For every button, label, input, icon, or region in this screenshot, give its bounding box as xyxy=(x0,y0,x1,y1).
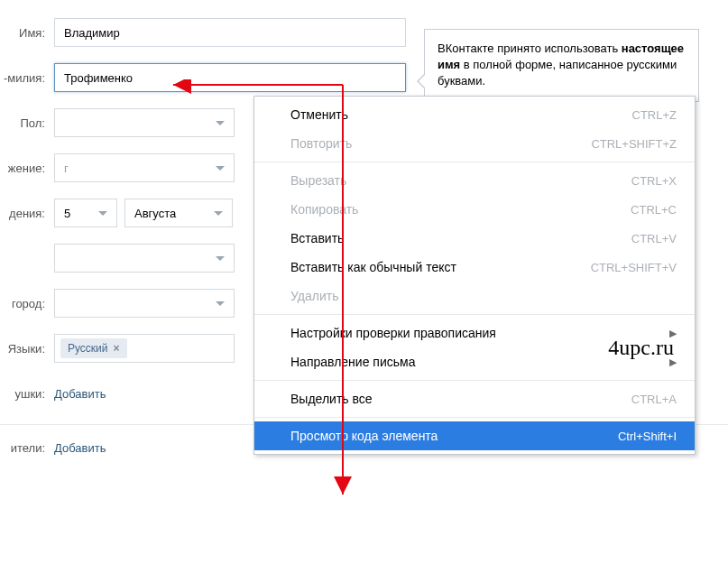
birth-day-value: 5 xyxy=(64,207,70,220)
ctx-direction-label: Направление письма xyxy=(290,355,415,369)
ctx-undo-label: Отменить xyxy=(290,107,348,122)
tooltip-text-1: ВКонтакте принято использовать xyxy=(438,42,622,55)
ctx-cut-shortcut: CTRL+X xyxy=(631,174,677,188)
input-name[interactable]: Владимир xyxy=(54,18,406,47)
ctx-delete-label: Удалить xyxy=(290,289,338,303)
select-birth-month[interactable]: Августа xyxy=(124,199,233,227)
ctx-inspect-shortcut: Ctrl+Shift+I xyxy=(618,430,677,443)
add-parents-link[interactable]: Добавить xyxy=(54,441,106,455)
tooltip-text-2: в полной форме, написанное русскими букв… xyxy=(438,58,677,88)
ctx-paste-shortcut: CTRL+V xyxy=(631,232,677,245)
select-relation[interactable]: г xyxy=(54,153,235,182)
label-grandparents: ушки: xyxy=(0,387,54,401)
ctx-redo-shortcut: CTRL+SHIFT+Z xyxy=(591,137,677,151)
ctx-redo[interactable]: Повторить CTRL+SHIFT+Z xyxy=(254,129,695,158)
remove-tag-icon[interactable]: × xyxy=(114,342,120,355)
ctx-copy-shortcut: CTRL+C xyxy=(631,203,677,217)
label-parents: ители: xyxy=(0,441,54,455)
label-city: город: xyxy=(0,297,54,310)
ctx-redo-label: Повторить xyxy=(290,136,352,151)
add-grandparents-link[interactable]: Добавить xyxy=(54,387,106,401)
label-surname: -милия: xyxy=(0,71,54,85)
separator xyxy=(254,162,695,162)
label-gender: Пол: xyxy=(0,116,54,130)
input-surname-value: Трофименко xyxy=(64,71,133,85)
chevron-down-icon xyxy=(98,211,107,216)
ctx-inspect-element[interactable]: Просмотр кода элемента Ctrl+Shift+I xyxy=(254,421,695,450)
separator xyxy=(254,417,695,418)
input-name-value: Владимир xyxy=(64,26,120,40)
ctx-selectall-label: Выделить все xyxy=(290,392,373,406)
language-tag-label: Русский xyxy=(68,342,108,355)
input-languages[interactable]: Русский × xyxy=(54,334,235,363)
ctx-copy[interactable]: Копировать CTRL+C xyxy=(254,195,695,224)
ctx-cut[interactable]: Вырезать CTRL+X xyxy=(254,166,695,195)
birth-month-value: Августа xyxy=(134,207,176,220)
ctx-paste-plain-shortcut: CTRL+SHIFT+V xyxy=(591,261,677,274)
ctx-copy-label: Копировать xyxy=(290,202,358,217)
select-birth-day[interactable]: 5 xyxy=(54,199,117,227)
ctx-inspect-label: Просмотр кода элемента xyxy=(290,429,438,443)
label-languages: Языки: xyxy=(0,342,54,356)
ctx-select-all[interactable]: Выделить все CTRL+A xyxy=(254,384,695,413)
separator xyxy=(254,314,695,315)
select-relation-value: г xyxy=(64,162,69,175)
ctx-cut-label: Вырезать xyxy=(290,173,346,188)
chevron-down-icon xyxy=(216,166,225,171)
select-blank1[interactable] xyxy=(54,244,235,273)
chevron-down-icon xyxy=(216,121,225,125)
ctx-paste-label: Вставить xyxy=(290,231,344,245)
context-menu: Отменить CTRL+Z Повторить CTRL+SHIFT+Z В… xyxy=(253,96,696,455)
select-gender[interactable] xyxy=(54,108,235,137)
ctx-undo-shortcut: CTRL+Z xyxy=(632,108,677,122)
input-surname[interactable]: Трофименко xyxy=(54,63,406,92)
label-name: Имя: xyxy=(0,26,54,40)
language-tag: Русский × xyxy=(60,338,127,358)
label-relation: жение: xyxy=(0,162,54,175)
watermark: 4upc.ru xyxy=(608,336,674,360)
ctx-spell-label: Настройки проверки правописания xyxy=(290,326,496,340)
ctx-paste[interactable]: Вставить CTRL+V xyxy=(254,224,695,253)
chevron-down-icon xyxy=(214,211,223,216)
ctx-delete[interactable]: Удалить xyxy=(254,282,695,310)
chevron-down-icon xyxy=(216,301,225,306)
ctx-paste-plain[interactable]: Вставить как обычный текст CTRL+SHIFT+V xyxy=(254,253,695,282)
chevron-down-icon xyxy=(216,256,225,261)
select-city[interactable] xyxy=(54,289,235,318)
name-hint-tooltip: ВКонтакте принято использовать настоящее… xyxy=(424,29,699,102)
separator xyxy=(254,380,695,381)
ctx-paste-plain-label: Вставить как обычный текст xyxy=(290,260,456,274)
ctx-undo[interactable]: Отменить CTRL+Z xyxy=(254,100,695,129)
ctx-selectall-shortcut: CTRL+A xyxy=(631,393,677,406)
label-birthdate: дения: xyxy=(0,207,54,220)
